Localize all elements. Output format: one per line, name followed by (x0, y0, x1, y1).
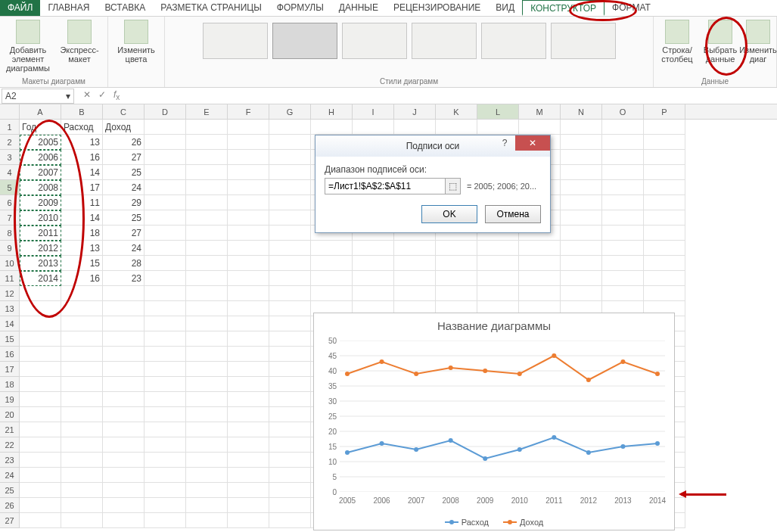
cell-L1[interactable] (477, 120, 519, 135)
chart-legend[interactable]: Расход Доход (314, 515, 674, 527)
cell-K10[interactable] (436, 256, 477, 271)
cell-G8[interactable] (269, 226, 311, 241)
cell-I12[interactable] (353, 286, 394, 301)
cell-B19[interactable] (61, 392, 103, 407)
cell-B18[interactable] (61, 377, 103, 392)
cell-C15[interactable] (103, 331, 145, 347)
cell-B20[interactable] (61, 407, 103, 422)
cell-P7[interactable] (644, 210, 685, 226)
cell-B24[interactable] (61, 468, 103, 483)
cell-F9[interactable] (228, 241, 269, 256)
cell-G11[interactable] (269, 271, 311, 286)
cell-G15[interactable] (269, 331, 311, 347)
fx-icon[interactable]: fx (113, 89, 120, 101)
cell-I10[interactable] (353, 256, 394, 271)
cell-F2[interactable] (228, 135, 269, 150)
cell-B9[interactable]: 13 (61, 241, 103, 256)
tab-insert[interactable]: ВСТАВКА (97, 0, 153, 16)
chart-title[interactable]: Название диаграммы (314, 313, 674, 335)
column-header-O[interactable]: O (602, 104, 644, 119)
row-header-11[interactable]: 11 (0, 271, 20, 286)
cell-J9[interactable] (394, 241, 436, 256)
cell-E4[interactable] (186, 165, 228, 180)
dialog-ok-button[interactable]: OK (421, 205, 477, 223)
cell-C20[interactable] (103, 407, 145, 422)
cell-C19[interactable] (103, 392, 145, 407)
tab-design[interactable]: КОНСТРУКТОР (522, 0, 605, 16)
cell-E26[interactable] (186, 498, 228, 513)
cell-P8[interactable] (644, 226, 685, 241)
cell-N7[interactable] (561, 210, 602, 226)
cell-P11[interactable] (644, 271, 685, 286)
select-all-corner[interactable] (0, 104, 20, 119)
cell-D7[interactable] (145, 210, 186, 226)
cell-F22[interactable] (228, 437, 269, 453)
column-header-J[interactable]: J (394, 104, 436, 119)
cell-F14[interactable] (228, 316, 269, 331)
cell-E13[interactable] (186, 301, 228, 316)
cell-F19[interactable] (228, 392, 269, 407)
cell-E16[interactable] (186, 347, 228, 362)
cell-F13[interactable] (228, 301, 269, 316)
cell-P1[interactable] (644, 120, 685, 135)
cell-F8[interactable] (228, 226, 269, 241)
cell-E12[interactable] (186, 286, 228, 301)
switch-row-column-button[interactable]: Строка/столбец (658, 18, 696, 64)
cell-G23[interactable] (269, 453, 311, 468)
cell-E8[interactable] (186, 226, 228, 241)
row-header-15[interactable]: 15 (0, 331, 20, 347)
cell-N2[interactable] (561, 135, 602, 150)
cell-K9[interactable] (436, 241, 477, 256)
add-chart-element-button[interactable]: Добавить элемент диаграммы (5, 18, 51, 73)
cell-A1[interactable]: Год (20, 120, 61, 135)
cell-H12[interactable] (311, 286, 353, 301)
cell-F6[interactable] (228, 195, 269, 210)
cell-I1[interactable] (353, 120, 394, 135)
column-header-G[interactable]: G (269, 104, 311, 119)
cell-E14[interactable] (186, 316, 228, 331)
cell-D15[interactable] (145, 331, 186, 347)
cell-M1[interactable] (519, 120, 561, 135)
cell-N11[interactable] (561, 271, 602, 286)
cell-P9[interactable] (644, 241, 685, 256)
cell-D11[interactable] (145, 271, 186, 286)
tab-file[interactable]: ФАЙЛ (0, 0, 40, 16)
cell-H1[interactable] (311, 120, 353, 135)
cell-C3[interactable]: 27 (103, 150, 145, 165)
name-box[interactable]: A2▾ (2, 89, 74, 104)
cell-N1[interactable] (561, 120, 602, 135)
cell-M9[interactable] (519, 241, 561, 256)
cell-A23[interactable] (20, 453, 61, 468)
cell-E18[interactable] (186, 377, 228, 392)
cell-B7[interactable]: 14 (61, 210, 103, 226)
embedded-chart[interactable]: Название диаграммы Расход Доход 05101520… (313, 313, 675, 530)
cell-E11[interactable] (186, 271, 228, 286)
cell-F24[interactable] (228, 468, 269, 483)
cell-G24[interactable] (269, 468, 311, 483)
cell-B13[interactable] (61, 301, 103, 316)
dialog-cancel-button[interactable]: Отмена (485, 205, 541, 223)
cell-J12[interactable] (394, 286, 436, 301)
cell-B2[interactable]: 13 (61, 135, 103, 150)
tab-page-layout[interactable]: РАЗМЕТКА СТРАНИЦЫ (153, 0, 269, 16)
cell-E23[interactable] (186, 453, 228, 468)
row-header-13[interactable]: 13 (0, 301, 20, 316)
cell-O9[interactable] (602, 241, 644, 256)
column-header-L[interactable]: L (477, 104, 519, 119)
cell-D4[interactable] (145, 165, 186, 180)
cell-G4[interactable] (269, 165, 311, 180)
cell-G2[interactable] (269, 135, 311, 150)
cell-C14[interactable] (103, 316, 145, 331)
cell-G5[interactable] (269, 180, 311, 195)
row-header-24[interactable]: 24 (0, 468, 20, 483)
cell-D23[interactable] (145, 453, 186, 468)
chart-style-1[interactable] (203, 23, 268, 59)
cell-E15[interactable] (186, 331, 228, 347)
cell-G7[interactable] (269, 210, 311, 226)
cell-E17[interactable] (186, 362, 228, 377)
select-data-button[interactable]: Выбрать данные (701, 18, 740, 64)
cell-B21[interactable] (61, 422, 103, 437)
cell-P2[interactable] (644, 135, 685, 150)
cell-D1[interactable] (145, 120, 186, 135)
cell-C22[interactable] (103, 437, 145, 453)
